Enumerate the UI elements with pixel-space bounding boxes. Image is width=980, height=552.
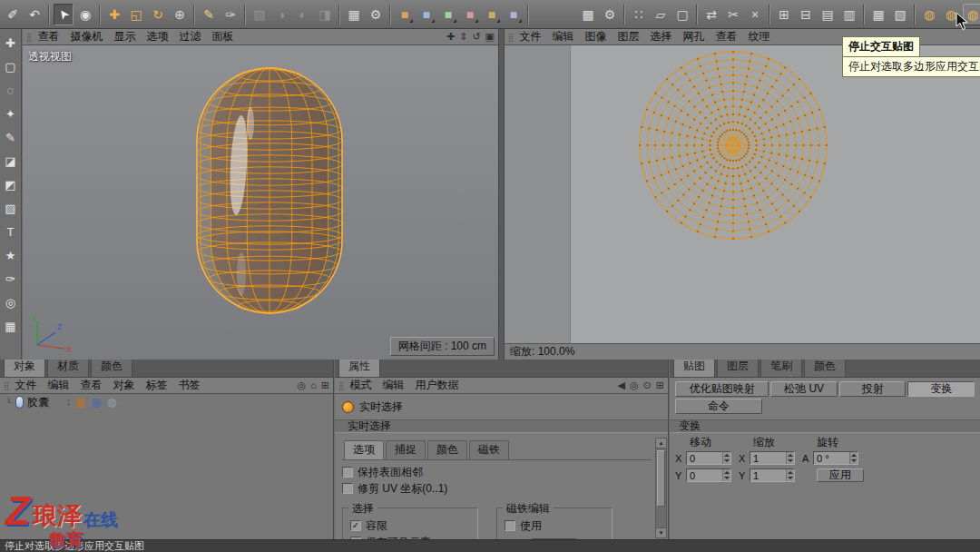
- deformer-icon[interactable]: ■: [482, 4, 502, 25]
- attributes-scrollbar[interactable]: ▲ ▼: [655, 438, 667, 538]
- lasso-select-icon[interactable]: ◌: [1, 78, 21, 102]
- object-manager-tab-2[interactable]: 颜色: [91, 360, 132, 377]
- pen-3d-icon[interactable]: ✑: [220, 4, 240, 25]
- texture-button-3[interactable]: 变换: [907, 381, 975, 397]
- checkbox[interactable]: [342, 467, 353, 478]
- texture-view-icon[interactable]: ▩: [578, 4, 598, 25]
- app-logo-icon[interactable]: ✐: [3, 4, 23, 25]
- checkbox[interactable]: [505, 520, 515, 531]
- menu-item-2[interactable]: 查看: [81, 378, 103, 393]
- texture-tab-0[interactable]: 贴图: [673, 360, 715, 377]
- menu-item-6[interactable]: 查看: [716, 29, 738, 44]
- mirror-tool-icon[interactable]: ⇄: [701, 4, 721, 25]
- menu-item-4[interactable]: 过滤: [180, 29, 201, 44]
- uv-layout-a-icon[interactable]: ▦: [868, 4, 888, 25]
- texture-tab-1[interactable]: 图层: [717, 360, 759, 377]
- menu-item-4[interactable]: 标签: [146, 378, 168, 393]
- panel-handle-icon[interactable]: ⣿: [508, 33, 514, 42]
- menu-item-2[interactable]: 显示: [114, 29, 136, 44]
- spinner[interactable]: [786, 452, 794, 464]
- menu-item-1[interactable]: 编辑: [383, 378, 405, 393]
- attributes-tab-0[interactable]: 选项: [344, 440, 384, 459]
- section-live-selection[interactable]: 实时选择: [335, 419, 668, 433]
- gradient-icon[interactable]: ▨: [1, 196, 21, 220]
- menu-item-0[interactable]: 文件: [15, 378, 37, 393]
- menu-item-3[interactable]: 图层: [618, 29, 640, 44]
- pin-icon[interactable]: ⊙: [643, 380, 652, 390]
- attributes-tab-1[interactable]: 捕捉: [386, 440, 426, 459]
- uv-grid-a-icon[interactable]: ⊞: [774, 4, 794, 25]
- spinner[interactable]: [849, 452, 858, 464]
- panel-handle-icon[interactable]: ⣿: [4, 381, 10, 390]
- texture-tag-icon[interactable]: ▩: [75, 396, 85, 409]
- scroll-down-icon[interactable]: ▼: [656, 527, 666, 537]
- attributes-tab-3[interactable]: 磁铁: [469, 440, 509, 459]
- live-selection-icon[interactable]: ◉: [75, 4, 95, 25]
- magnify-icon[interactable]: ◎: [1, 291, 21, 314]
- uv-viewport[interactable]: ⣿ 文件编辑图像图层选择网孔查看纹理 缩放: 100.0%: [505, 29, 980, 360]
- spinner[interactable]: [786, 469, 794, 481]
- scale-x-field[interactable]: 1: [750, 451, 795, 465]
- scale-y-field[interactable]: 1: [750, 468, 795, 482]
- pen-tool-icon[interactable]: ✑: [1, 267, 21, 291]
- menu-item-3[interactable]: 选项: [147, 29, 169, 44]
- section-transform[interactable]: 变换: [670, 419, 980, 433]
- axis-lock-icon[interactable]: ×: [745, 4, 765, 25]
- menu-item-1[interactable]: 编辑: [553, 29, 574, 44]
- menu-item-3[interactable]: 对象: [113, 378, 135, 393]
- menu-item-1[interactable]: 摄像机: [71, 29, 103, 44]
- menu-item-0[interactable]: 文件: [520, 29, 542, 44]
- menu-item-2[interactable]: 用户数据: [416, 378, 459, 393]
- menu-item-5[interactable]: 网孔: [683, 29, 705, 44]
- object-label[interactable]: 胶囊: [27, 395, 49, 410]
- uv-point-mode-icon[interactable]: ∷: [629, 4, 649, 25]
- apply-button[interactable]: 应用: [817, 468, 864, 482]
- modifier-icon[interactable]: ■: [460, 4, 480, 25]
- perspective-canvas[interactable]: 透视视图 网格间距 : 100 cm YXZ: [23, 45, 498, 360]
- undo-icon[interactable]: ↶: [24, 4, 44, 25]
- layout-icon[interactable]: ⊞: [656, 380, 664, 390]
- menu-item-2[interactable]: 图像: [585, 29, 607, 44]
- scale-tool-icon[interactable]: ◱: [126, 4, 146, 25]
- object-manager-tab-0[interactable]: 对象: [4, 360, 45, 377]
- texture-tab-3[interactable]: 颜色: [804, 360, 846, 377]
- pan-view-icon[interactable]: ✚: [446, 32, 455, 42]
- move-tool-icon[interactable]: ✚: [104, 4, 124, 25]
- rotate-tool-icon[interactable]: ↻: [148, 4, 168, 25]
- spinner[interactable]: [722, 469, 730, 481]
- render-view-icon[interactable]: ▦: [344, 4, 364, 25]
- texture-button-0[interactable]: 优化贴图映射: [675, 381, 769, 397]
- cube-primitive-icon[interactable]: ■: [395, 4, 415, 25]
- render-settings-icon[interactable]: ⚙: [366, 4, 386, 25]
- uv-polygon-mode-icon[interactable]: ▢: [672, 4, 692, 25]
- spinner[interactable]: [722, 452, 730, 464]
- capsule-object-icon[interactable]: [15, 396, 24, 409]
- search-icon[interactable]: ◎: [630, 380, 639, 390]
- uv-grid-c-icon[interactable]: ▤: [818, 4, 838, 25]
- search-icon[interactable]: ◎: [298, 380, 307, 390]
- texture-button-2[interactable]: 投射: [839, 381, 906, 397]
- texture-tab-2[interactable]: 笔刷: [760, 360, 802, 377]
- move-x-field[interactable]: 0: [686, 451, 731, 465]
- rotate-angle-field[interactable]: 0 °: [813, 451, 858, 465]
- zoom-view-icon[interactable]: ⇕: [459, 32, 467, 42]
- menu-item-4[interactable]: 选择: [651, 29, 672, 44]
- marquee-select-icon[interactable]: ▢: [1, 54, 21, 78]
- spline-primitive-icon[interactable]: ■: [416, 4, 436, 25]
- phong-tag-icon[interactable]: ◍: [107, 396, 116, 409]
- checkbox[interactable]: [342, 483, 353, 494]
- eraser-icon[interactable]: ◪: [1, 149, 21, 172]
- object-row-capsule[interactable]: └ 胶囊 ∶ ▩ ▦ ◍: [0, 394, 333, 410]
- text-tool-icon[interactable]: T: [1, 220, 21, 243]
- uv-grid-d-icon[interactable]: ▥: [839, 4, 859, 25]
- uv-grid-b-icon[interactable]: ⊟: [796, 4, 816, 25]
- menu-item-5[interactable]: 面板: [212, 29, 234, 44]
- fill-bucket-icon[interactable]: ◩: [1, 172, 21, 196]
- viewport-splitter[interactable]: [498, 29, 505, 360]
- layout-icon[interactable]: ⊞: [321, 380, 329, 390]
- menu-item-1[interactable]: 编辑: [48, 378, 70, 393]
- panel-handle-icon[interactable]: ⣿: [338, 381, 345, 390]
- magic-wand-icon[interactable]: ✦: [1, 102, 21, 125]
- uv-canvas[interactable]: [505, 45, 980, 343]
- move-y-field[interactable]: 0: [686, 468, 731, 482]
